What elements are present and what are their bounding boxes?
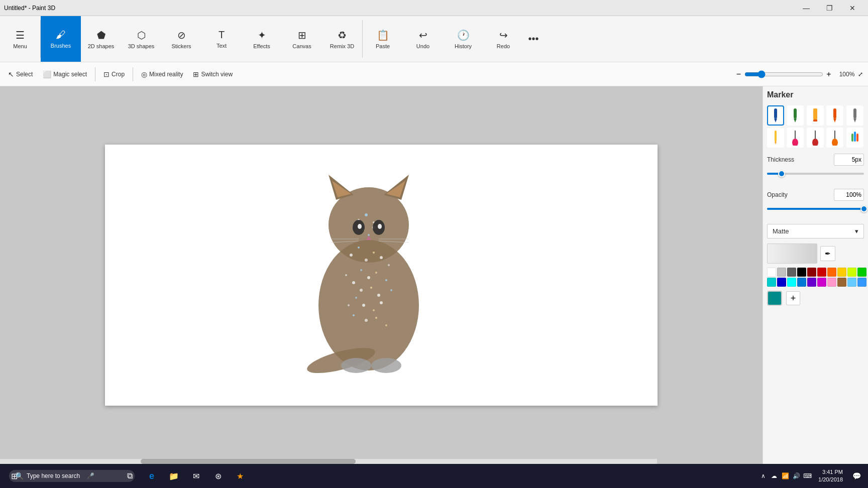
color-brown[interactable] [837, 278, 846, 287]
matte-dropdown[interactable]: Matte ▾ [767, 224, 864, 238]
remix3d-button[interactable]: ♻ Remix 3D [322, 16, 362, 62]
search-button[interactable]: 🔍 Type here to search 🎤 [26, 466, 118, 486]
network-icon[interactable]: 📶 [780, 471, 790, 481]
svg-point-11 [360, 269, 362, 271]
svg-point-8 [365, 259, 368, 262]
redo-label: Redo [497, 43, 510, 49]
color-magenta[interactable] [817, 278, 826, 287]
add-color-icon: + [791, 293, 796, 304]
color-lightblue[interactable] [847, 278, 856, 287]
crop-button[interactable]: ⊡ Crop [99, 68, 129, 80]
undo-label: Undo [416, 43, 429, 49]
color-darkred[interactable] [807, 268, 816, 277]
history-button[interactable]: 🕐 History [443, 16, 483, 62]
folder-button[interactable]: 📁 [164, 466, 184, 486]
color-pink[interactable] [827, 278, 836, 287]
text-button[interactable]: T Text [201, 16, 242, 62]
color-teal[interactable] [767, 278, 776, 287]
notification-button[interactable]: 💬 [849, 466, 864, 486]
color-yellow[interactable] [837, 268, 846, 277]
canvas-container [105, 145, 658, 406]
color-black[interactable] [797, 268, 806, 277]
switch-view-button[interactable]: ⊞ Switch view [189, 68, 237, 80]
more-button[interactable]: ••• [523, 16, 544, 62]
remix3d-label: Remix 3D [330, 43, 354, 49]
opacity-value: 100% [834, 189, 864, 201]
magic-select-button[interactable]: ⬜ Magic select [39, 68, 91, 80]
color-red[interactable] [817, 268, 826, 277]
brush-highlighter-yellow[interactable] [807, 105, 824, 126]
zoom-slider[interactable] [744, 70, 823, 78]
opacity-section: Opacity 100% [767, 189, 864, 218]
mail-button[interactable]: ✉ [186, 466, 206, 486]
brush-pen-green[interactable] [787, 105, 804, 126]
brush-marker-blue[interactable] [767, 105, 784, 126]
selected-color[interactable] [767, 291, 782, 306]
canvas-area[interactable] [0, 86, 763, 464]
taskbar-search-box[interactable]: 🔍 Type here to search 🎤 [9, 470, 135, 482]
menu-button[interactable]: ☰ Menu [0, 16, 40, 62]
fit-screen-button[interactable]: ⤢ [856, 68, 864, 80]
opacity-thumb[interactable] [860, 205, 867, 212]
task-view-icon: ⧉ [127, 471, 133, 480]
edge-button[interactable]: e [142, 466, 162, 486]
color-blue[interactable] [797, 278, 806, 287]
svg-point-32 [365, 213, 368, 216]
canvas-button[interactable]: ⊞ Canvas [282, 16, 322, 62]
redo-button[interactable]: ↪ Redo [483, 16, 523, 62]
panel-title: Marker [767, 90, 864, 99]
color-purple[interactable] [807, 278, 816, 287]
volume-icon[interactable]: 🔊 [791, 471, 801, 481]
undo-button[interactable]: ↩ Undo [403, 16, 443, 62]
chevron-up-icon[interactable]: ∧ [758, 471, 768, 481]
effects-button[interactable]: ✦ Effects [242, 16, 282, 62]
shapes-2d-button[interactable]: ⬟ 2D shapes [81, 16, 121, 62]
color-yellowgreen[interactable] [847, 268, 856, 277]
close-button[interactable]: ✕ [841, 0, 864, 16]
task-view-button[interactable]: ⧉ [120, 466, 140, 486]
stickers-button[interactable]: ⊘ Stickers [161, 16, 201, 62]
color-orange[interactable] [827, 268, 836, 277]
add-color-button[interactable]: + [786, 291, 800, 305]
select-button[interactable]: ↖ Select [4, 68, 37, 80]
keyboard-icon[interactable]: ⌨ [802, 471, 812, 481]
paste-label: Paste [376, 43, 390, 49]
color-white[interactable] [767, 268, 776, 277]
brush-pen-orange[interactable] [826, 105, 843, 126]
brush-red[interactable] [807, 128, 824, 148]
shapes-3d-button[interactable]: ⬡ 3D shapes [121, 16, 161, 62]
paste-button[interactable]: 📋 Paste [363, 16, 403, 62]
svg-marker-56 [833, 118, 836, 123]
color-brightblue[interactable] [857, 278, 866, 287]
thickness-value: 5px [834, 154, 864, 166]
color-gray[interactable] [787, 268, 796, 277]
brush-multi[interactable] [846, 128, 863, 148]
eyedropper-button[interactable]: ✒ [820, 246, 835, 261]
mixed-reality-button[interactable]: ◎ Mixed reality [137, 68, 187, 80]
chrome-button[interactable]: ⊛ [208, 466, 228, 486]
thickness-slider-container [767, 169, 864, 183]
color-cyan[interactable] [787, 278, 796, 287]
brushes-button[interactable]: 🖌 Brushes [41, 16, 81, 62]
zoom-out-button[interactable]: − [735, 68, 742, 80]
minimize-button[interactable]: — [795, 0, 818, 16]
brush-pen-gray[interactable] [846, 105, 863, 126]
opacity-row: Opacity 100% [767, 189, 864, 201]
star-button[interactable]: ★ [230, 466, 250, 486]
zoom-in-button[interactable]: + [825, 68, 833, 80]
color-lightgray[interactable] [777, 268, 786, 277]
cloud-icon[interactable]: ☁ [769, 471, 779, 481]
color-preview-box[interactable] [767, 243, 817, 264]
brush-orange2[interactable] [826, 128, 843, 148]
color-green[interactable] [857, 268, 866, 277]
maximize-button[interactable]: ❐ [818, 0, 841, 16]
brush-pencil-yellow[interactable] [767, 128, 784, 148]
color-palette [767, 268, 864, 287]
color-darkblue[interactable] [777, 278, 786, 287]
brush-pink[interactable] [787, 128, 804, 148]
thickness-thumb[interactable] [778, 170, 785, 177]
horizontal-scrollbar[interactable] [0, 459, 657, 464]
svg-point-66 [832, 139, 838, 146]
taskbar-clock[interactable]: 3:41 PM 1/20/2018 [814, 468, 847, 484]
crop-icon: ⊡ [103, 70, 110, 78]
